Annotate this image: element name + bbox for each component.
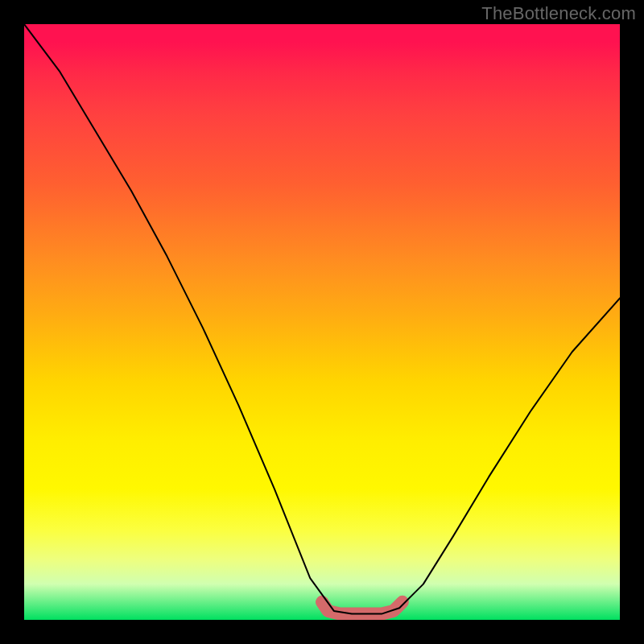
curve-group <box>24 24 620 614</box>
chart-frame: TheBottleneck.com <box>0 0 644 644</box>
curve-svg <box>24 24 620 620</box>
plot-area <box>24 24 620 620</box>
bottleneck-curve <box>24 24 620 614</box>
valley-band <box>322 602 402 614</box>
watermark-text: TheBottleneck.com <box>481 3 636 24</box>
